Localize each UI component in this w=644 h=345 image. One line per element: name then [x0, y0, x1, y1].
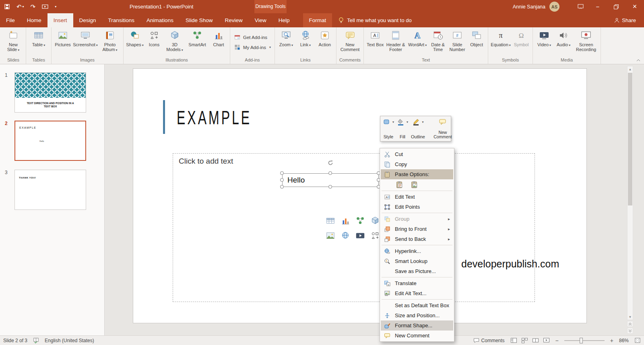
restore-button[interactable] — [607, 0, 625, 13]
tab-design[interactable]: Design — [73, 13, 102, 27]
insert-smartart-icon[interactable] — [355, 215, 366, 226]
menu-item-send-to-back[interactable]: Send to Back ▸ — [381, 234, 453, 244]
insert-chart-icon[interactable] — [340, 215, 351, 226]
my-add-ins-button[interactable]: My Add-ins ▾ — [234, 44, 271, 51]
tab-home[interactable]: Home — [21, 13, 47, 27]
menu-item-new-comment[interactable]: New Comment — [381, 331, 453, 341]
new-slide-button[interactable]: New Slide▾ — [3, 28, 24, 54]
avatar[interactable]: AS — [549, 2, 559, 12]
get-add-ins-button[interactable]: Get Add-ins — [234, 34, 267, 41]
collapse-ribbon-icon[interactable] — [636, 58, 641, 62]
table-button[interactable]: Table▾ — [28, 28, 49, 49]
zoom-button[interactable]: Zoom▾ — [277, 28, 295, 49]
menu-item-edit-points[interactable]: Edit Points — [381, 202, 453, 212]
start-from-beginning-button[interactable] — [42, 4, 48, 10]
slide-thumbnail-3[interactable]: THANK YOU! — [14, 170, 86, 210]
insert-picture-icon[interactable] — [325, 230, 336, 241]
menu-item-format-shape[interactable]: Format Shape... — [381, 320, 453, 331]
photo-album-button[interactable]: Photo Album▾ — [99, 28, 121, 54]
slide-show-button[interactable] — [543, 337, 550, 343]
shapes-button[interactable]: Shapes▾ — [126, 28, 144, 49]
zoom-slider-thumb[interactable] — [580, 338, 583, 343]
reading-view-button[interactable] — [532, 337, 539, 343]
tab-help[interactable]: Help — [272, 13, 296, 27]
tab-format[interactable]: Format — [303, 13, 332, 27]
paste-keep-source-formatting-button[interactable] — [394, 180, 404, 189]
next-slide-button[interactable] — [627, 328, 633, 334]
menu-item-size-and-position[interactable]: Size and Position... — [381, 310, 453, 320]
scroll-down-icon[interactable]: ▼ — [627, 314, 633, 320]
paste-picture-button[interactable] — [409, 180, 419, 189]
smartart-button[interactable]: SmartArt — [186, 28, 208, 48]
previous-slide-button[interactable] — [627, 321, 633, 327]
selection-handle[interactable] — [280, 185, 284, 189]
selection-handle[interactable] — [328, 185, 332, 189]
zoom-level[interactable]: 86% — [619, 338, 629, 343]
close-button[interactable]: × — [625, 0, 644, 13]
slide-title-text[interactable]: EXAMPLE — [177, 107, 252, 129]
new-comment-button[interactable]: New Comment — [339, 28, 361, 53]
style-dropdown[interactable]: ▾ Style — [383, 118, 394, 139]
scrollbar-thumb[interactable] — [628, 73, 632, 205]
link-button[interactable]: Link▾ — [296, 28, 315, 49]
zoom-slider[interactable] — [564, 340, 605, 341]
audio-button[interactable]: Audio▾ — [554, 28, 573, 49]
tab-insert[interactable]: Insert — [47, 13, 73, 27]
zoom-in-button[interactable]: + — [610, 337, 613, 344]
tab-transitions[interactable]: Transitions — [102, 13, 141, 27]
spell-check-icon[interactable] — [33, 337, 39, 343]
wordart-button[interactable]: A WordArt▾ — [407, 28, 428, 49]
action-button[interactable]: Action — [316, 28, 334, 48]
pictures-button[interactable]: Pictures — [54, 28, 72, 48]
screenshot-button[interactable]: Screenshot▾ — [73, 28, 98, 49]
menu-item-copy[interactable]: Copy — [381, 159, 453, 169]
vertical-scrollbar[interactable]: ▲ ▼ — [627, 66, 633, 320]
tell-me-box[interactable]: Tell me what you want to do — [332, 13, 418, 27]
menu-item-edit-text[interactable]: A Edit Text — [381, 192, 453, 202]
tab-review[interactable]: Review — [219, 13, 248, 27]
save-button[interactable] — [4, 4, 10, 10]
menu-item-smart-lookup[interactable]: Smart Lookup — [381, 256, 453, 266]
slide-number-button[interactable]: # Slide Number — [448, 28, 466, 53]
slide-sorter-view-button[interactable] — [521, 337, 528, 343]
tab-view[interactable]: View — [249, 13, 272, 27]
selection-handle[interactable] — [280, 171, 284, 175]
chart-button[interactable]: Chart — [209, 28, 228, 48]
tab-file[interactable]: File — [0, 13, 21, 27]
fit-slide-to-window-button[interactable] — [634, 337, 641, 343]
date-time-button[interactable]: Date & Time — [429, 28, 447, 53]
hello-text[interactable]: Hello — [287, 174, 305, 187]
customize-quick-access-caret[interactable]: ▾ — [55, 5, 56, 8]
insert-table-icon[interactable] — [325, 215, 336, 226]
content-placeholder-prompt[interactable]: Click to add text — [179, 157, 233, 166]
menu-item-cut[interactable]: Cut — [381, 149, 453, 159]
language-indicator[interactable]: English (United States) — [45, 338, 94, 343]
minimize-button[interactable]: − — [588, 0, 607, 13]
screen-recording-button[interactable]: Screen Recording — [574, 28, 599, 53]
undo-button[interactable]: ↶▾ — [17, 4, 24, 10]
slide-editing-surface[interactable]: EXAMPLE Click to add text Hello — [133, 68, 587, 323]
redo-button[interactable]: ↷ — [31, 4, 36, 10]
header-footer-button[interactable]: Header & Footer — [385, 28, 406, 53]
menu-item-save-as-picture[interactable]: Save as Picture... — [381, 266, 453, 276]
3d-models-button[interactable]: 3D Models▾ — [164, 28, 185, 54]
rotate-handle[interactable] — [327, 160, 334, 166]
object-button[interactable]: Object — [467, 28, 486, 48]
slide-thumbnail-1[interactable]: TEXT DIRECTION AND POSITION IN A TEXT BO… — [14, 72, 86, 113]
selection-handle[interactable] — [280, 178, 284, 182]
text-box-button[interactable]: A Text Box — [366, 28, 384, 48]
insert-online-picture-icon[interactable] — [340, 230, 351, 241]
zoom-out-button[interactable]: − — [555, 337, 559, 344]
equation-button[interactable]: π Equation▾ — [490, 28, 511, 49]
slide-indicator[interactable]: Slide 2 of 3 — [3, 338, 27, 343]
selection-handle[interactable] — [328, 171, 332, 175]
share-button[interactable]: Share — [606, 13, 644, 27]
tab-slide-show[interactable]: Slide Show — [180, 13, 219, 27]
outline-dropdown[interactable]: ▾ Outline — [411, 118, 425, 139]
menu-item-bring-to-front[interactable]: Bring to Front ▸ — [381, 224, 453, 234]
menu-item-set-default-text-box[interactable]: Set as Default Text Box — [381, 300, 453, 310]
tab-animations[interactable]: Animations — [140, 13, 180, 27]
menu-item-hyperlink[interactable]: Hyperlink... — [381, 246, 453, 256]
insert-video-icon[interactable] — [355, 230, 366, 241]
icons-button[interactable]: Icons — [145, 28, 163, 48]
